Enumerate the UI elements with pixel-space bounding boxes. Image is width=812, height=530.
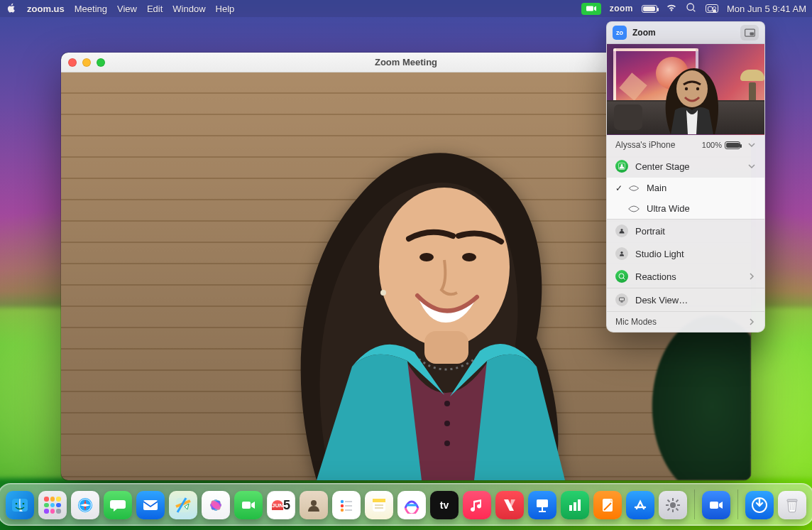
dock-appstore[interactable] [626, 491, 654, 519]
device-row[interactable]: Alyssa's iPhone 100% [607, 135, 764, 155]
portrait-row[interactable]: Portrait [607, 220, 764, 242]
reactions-label: Reactions [635, 271, 676, 282]
svg-line-64 [676, 509, 679, 511]
battery-status[interactable] [642, 5, 657, 13]
svg-line-72 [794, 503, 794, 510]
device-name: Alyssa's iPhone [615, 140, 675, 150]
dock-downloads[interactable] [745, 491, 774, 519]
dock-appletv[interactable]: tv [430, 491, 459, 519]
launchpad-icon [44, 497, 61, 514]
menu-help[interactable]: Help [216, 4, 235, 14]
option-ultra-wide-label: Ultra Wide [647, 203, 690, 214]
dock-notes[interactable] [365, 491, 393, 519]
reminders-icon [338, 497, 355, 514]
dock-trash[interactable] [778, 491, 806, 519]
menubar: zoom.us Meeting View Edit Window Help zo… [0, 0, 812, 17]
reactions-icon [615, 270, 628, 283]
svg-line-63 [668, 500, 670, 502]
menu-app[interactable]: zoom.us [27, 4, 65, 14]
studio-light-label: Studio Light [635, 249, 684, 259]
svg-point-22 [23, 503, 25, 505]
dock-finder[interactable] [6, 491, 34, 519]
dock-messages[interactable] [104, 491, 132, 519]
svg-point-13 [621, 164, 623, 166]
dock-keynote[interactable] [528, 491, 556, 519]
wifi-status[interactable] [666, 2, 677, 16]
svg-rect-19 [621, 302, 623, 303]
portrait-icon [615, 225, 628, 237]
option-main[interactable]: ✓ Main [607, 178, 764, 198]
dock-calendar[interactable]: JUN 5 [267, 491, 295, 519]
appletv-icon: tv [434, 495, 454, 515]
search-icon [686, 2, 697, 13]
dock-separator [737, 490, 738, 519]
calendar-day-label: 5 [283, 497, 290, 513]
option-ultra-wide[interactable]: Ultra Wide [607, 198, 764, 219]
portrait-label: Portrait [635, 226, 665, 237]
dock-photos[interactable] [202, 491, 230, 519]
camera-preview [607, 44, 764, 135]
control-center[interactable] [706, 4, 718, 13]
dock-settings[interactable] [659, 491, 687, 519]
dock-pages[interactable] [593, 491, 622, 519]
center-stage-row[interactable]: Center Stage [607, 155, 764, 178]
menubar-zoom-label[interactable]: zoom [610, 4, 633, 13]
preview-person [649, 49, 735, 134]
video-subject [231, 82, 600, 480]
wifi-icon [666, 2, 677, 13]
svg-rect-52 [542, 507, 543, 511]
music-icon [468, 497, 485, 514]
dock-zoom[interactable] [702, 491, 730, 519]
desk-view-icon [615, 293, 628, 306]
chevron-right-icon [747, 272, 756, 281]
zoom-app-icon: zo [613, 26, 627, 40]
popover-app-header[interactable]: zo Zoom [606, 21, 765, 44]
svg-point-16 [620, 252, 622, 254]
svg-line-70 [790, 503, 791, 510]
dock-reminders[interactable] [332, 491, 361, 519]
reactions-row[interactable]: Reactions [607, 265, 764, 288]
svg-rect-48 [373, 499, 385, 502]
mic-modes-row[interactable]: Mic Modes [607, 312, 764, 332]
dock-separator [694, 490, 695, 519]
svg-rect-42 [345, 501, 352, 502]
dock-freeform[interactable] [397, 491, 426, 519]
svg-rect-55 [574, 502, 576, 511]
dock-contacts[interactable] [300, 491, 328, 519]
svg-point-45 [341, 509, 344, 512]
menu-meeting[interactable]: Meeting [75, 4, 107, 14]
svg-point-41 [341, 500, 344, 503]
spotlight[interactable] [686, 2, 697, 16]
option-main-label: Main [647, 183, 666, 193]
dock-mail[interactable] [136, 491, 165, 519]
pip-icon [745, 28, 755, 37]
desk-view-row[interactable]: Desk View… [607, 288, 764, 311]
menu-view[interactable]: View [117, 4, 137, 14]
dock-launchpad[interactable] [38, 491, 67, 519]
dock-maps[interactable] [169, 491, 197, 519]
dock-facetime[interactable] [234, 491, 263, 519]
dock-numbers[interactable] [561, 491, 589, 519]
pip-button[interactable] [740, 25, 759, 40]
desk-view-label: Desk View… [635, 295, 688, 305]
apple-menu[interactable] [6, 2, 17, 16]
svg-point-17 [619, 274, 624, 278]
camera-active-pill[interactable] [581, 3, 601, 15]
news-icon [501, 497, 518, 514]
studio-light-row[interactable]: Studio Light [607, 242, 764, 265]
menubar-clock[interactable]: Mon Jun 5 9:41 AM [727, 4, 806, 14]
contacts-icon [305, 497, 322, 514]
dock-news[interactable] [495, 491, 524, 519]
svg-point-21 [16, 503, 18, 505]
dock-music[interactable] [463, 491, 491, 519]
center-stage-icon [615, 160, 628, 173]
menu-window[interactable]: Window [172, 4, 205, 14]
mic-modes-label: Mic Modes [615, 317, 657, 327]
svg-rect-44 [345, 505, 352, 507]
svg-point-15 [621, 229, 623, 231]
dock-safari[interactable] [71, 491, 99, 519]
svg-rect-18 [620, 298, 625, 301]
menu-edit[interactable]: Edit [147, 4, 163, 14]
svg-point-6 [444, 440, 450, 446]
notes-icon [371, 497, 388, 514]
